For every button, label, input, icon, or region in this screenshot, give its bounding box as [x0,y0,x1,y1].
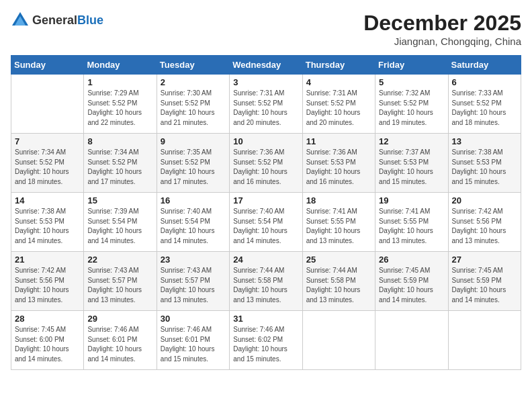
table-cell: 6Sunrise: 7:33 AM Sunset: 5:52 PM Daylig… [448,75,521,134]
day-info: Sunrise: 7:34 AM Sunset: 5:52 PM Dayligh… [15,148,80,187]
day-number: 16 [161,195,226,205]
day-info: Sunrise: 7:42 AM Sunset: 5:56 PM Dayligh… [15,266,80,305]
day-number: 18 [306,195,371,205]
day-info: Sunrise: 7:37 AM Sunset: 5:53 PM Dayligh… [379,148,444,187]
day-info: Sunrise: 7:44 AM Sunset: 5:58 PM Dayligh… [306,266,371,305]
day-info: Sunrise: 7:31 AM Sunset: 5:52 PM Dayligh… [233,89,298,128]
day-number: 12 [379,136,444,146]
logo-general-text: General [32,13,77,27]
table-cell: 8Sunrise: 7:34 AM Sunset: 5:52 PM Daylig… [84,134,157,193]
weekday-header-monday: Monday [84,56,157,75]
day-info: Sunrise: 7:36 AM Sunset: 5:52 PM Dayligh… [233,148,298,187]
day-number: 3 [233,77,298,87]
day-info: Sunrise: 7:45 AM Sunset: 5:59 PM Dayligh… [452,266,517,305]
table-cell: 11Sunrise: 7:36 AM Sunset: 5:53 PM Dayli… [302,134,375,193]
day-number: 1 [87,77,152,87]
day-info: Sunrise: 7:33 AM Sunset: 5:52 PM Dayligh… [452,89,517,128]
table-cell: 4Sunrise: 7:31 AM Sunset: 5:52 PM Daylig… [302,75,375,134]
day-number: 21 [15,255,80,265]
weekday-header-tuesday: Tuesday [157,56,229,75]
day-info: Sunrise: 7:40 AM Sunset: 5:54 PM Dayligh… [161,207,226,246]
month-title: December 2025 [363,11,521,36]
day-number: 22 [87,255,152,265]
day-number: 29 [87,314,152,324]
day-info: Sunrise: 7:31 AM Sunset: 5:52 PM Dayligh… [306,89,371,128]
day-info: Sunrise: 7:42 AM Sunset: 5:56 PM Dayligh… [452,207,517,246]
table-cell: 17Sunrise: 7:40 AM Sunset: 5:54 PM Dayli… [230,193,302,252]
table-cell: 23Sunrise: 7:43 AM Sunset: 5:57 PM Dayli… [157,252,229,311]
table-cell: 12Sunrise: 7:37 AM Sunset: 5:53 PM Dayli… [375,134,448,193]
day-number: 26 [379,255,444,265]
day-info: Sunrise: 7:34 AM Sunset: 5:52 PM Dayligh… [87,148,152,187]
logo: GeneralBlue [11,11,103,30]
day-info: Sunrise: 7:46 AM Sunset: 6:01 PM Dayligh… [87,325,152,364]
day-number: 13 [452,136,517,146]
table-cell: 2Sunrise: 7:30 AM Sunset: 5:52 PM Daylig… [157,75,229,134]
day-number: 2 [161,77,226,87]
table-cell: 22Sunrise: 7:43 AM Sunset: 5:57 PM Dayli… [84,252,157,311]
table-cell: 25Sunrise: 7:44 AM Sunset: 5:58 PM Dayli… [302,252,375,311]
day-number: 15 [87,195,152,205]
table-cell: 30Sunrise: 7:46 AM Sunset: 6:01 PM Dayli… [157,311,229,370]
week-row-5: 28Sunrise: 7:45 AM Sunset: 6:00 PM Dayli… [11,311,521,370]
day-number: 9 [161,136,226,146]
day-info: Sunrise: 7:38 AM Sunset: 5:53 PM Dayligh… [15,207,80,246]
day-number: 14 [15,195,80,205]
logo-blue-text: Blue [77,13,103,27]
day-number: 28 [15,314,80,324]
day-info: Sunrise: 7:44 AM Sunset: 5:58 PM Dayligh… [233,266,298,305]
table-cell: 10Sunrise: 7:36 AM Sunset: 5:52 PM Dayli… [230,134,302,193]
table-cell: 31Sunrise: 7:46 AM Sunset: 6:02 PM Dayli… [230,311,302,370]
day-number: 30 [161,314,226,324]
day-number: 11 [306,136,371,146]
table-cell: 1Sunrise: 7:29 AM Sunset: 5:52 PM Daylig… [84,75,157,134]
day-number: 7 [15,136,80,146]
table-cell: 29Sunrise: 7:46 AM Sunset: 6:01 PM Dayli… [84,311,157,370]
day-info: Sunrise: 7:29 AM Sunset: 5:52 PM Dayligh… [87,89,152,128]
table-cell [302,311,375,370]
title-area: December 2025 Jiangnan, Chongqing, China [363,11,521,47]
weekday-header-thursday: Thursday [302,56,375,75]
day-info: Sunrise: 7:35 AM Sunset: 5:52 PM Dayligh… [161,148,226,187]
day-info: Sunrise: 7:43 AM Sunset: 5:57 PM Dayligh… [87,266,152,305]
table-cell: 28Sunrise: 7:45 AM Sunset: 6:00 PM Dayli… [11,311,84,370]
weekday-header-saturday: Saturday [448,56,521,75]
day-info: Sunrise: 7:45 AM Sunset: 6:00 PM Dayligh… [15,325,80,364]
day-info: Sunrise: 7:41 AM Sunset: 5:55 PM Dayligh… [379,207,444,246]
table-cell: 16Sunrise: 7:40 AM Sunset: 5:54 PM Dayli… [157,193,229,252]
day-number: 20 [452,195,517,205]
day-info: Sunrise: 7:46 AM Sunset: 6:02 PM Dayligh… [233,325,298,364]
week-row-4: 21Sunrise: 7:42 AM Sunset: 5:56 PM Dayli… [11,252,521,311]
day-number: 23 [161,255,226,265]
day-info: Sunrise: 7:43 AM Sunset: 5:57 PM Dayligh… [161,266,226,305]
day-info: Sunrise: 7:40 AM Sunset: 5:54 PM Dayligh… [233,207,298,246]
logo-icon [11,11,30,30]
table-cell: 26Sunrise: 7:45 AM Sunset: 5:59 PM Dayli… [375,252,448,311]
day-number: 8 [87,136,152,146]
table-cell: 21Sunrise: 7:42 AM Sunset: 5:56 PM Dayli… [11,252,84,311]
table-cell: 13Sunrise: 7:38 AM Sunset: 5:53 PM Dayli… [448,134,521,193]
table-cell: 14Sunrise: 7:38 AM Sunset: 5:53 PM Dayli… [11,193,84,252]
day-info: Sunrise: 7:39 AM Sunset: 5:54 PM Dayligh… [87,207,152,246]
table-cell [375,311,448,370]
table-cell [11,75,84,134]
day-number: 4 [306,77,371,87]
table-cell: 7Sunrise: 7:34 AM Sunset: 5:52 PM Daylig… [11,134,84,193]
table-cell: 27Sunrise: 7:45 AM Sunset: 5:59 PM Dayli… [448,252,521,311]
week-row-3: 14Sunrise: 7:38 AM Sunset: 5:53 PM Dayli… [11,193,521,252]
day-number: 10 [233,136,298,146]
day-info: Sunrise: 7:46 AM Sunset: 6:01 PM Dayligh… [161,325,226,364]
table-cell: 3Sunrise: 7:31 AM Sunset: 5:52 PM Daylig… [230,75,302,134]
week-row-1: 1Sunrise: 7:29 AM Sunset: 5:52 PM Daylig… [11,75,521,134]
day-number: 19 [379,195,444,205]
location-title: Jiangnan, Chongqing, China [363,36,521,47]
table-cell [448,311,521,370]
day-info: Sunrise: 7:38 AM Sunset: 5:53 PM Dayligh… [452,148,517,187]
table-cell: 18Sunrise: 7:41 AM Sunset: 5:55 PM Dayli… [302,193,375,252]
day-number: 24 [233,255,298,265]
header: GeneralBlue December 2025 Jiangnan, Chon… [11,11,521,47]
calendar: SundayMondayTuesdayWednesdayThursdayFrid… [11,55,521,370]
table-cell: 15Sunrise: 7:39 AM Sunset: 5:54 PM Dayli… [84,193,157,252]
table-cell: 9Sunrise: 7:35 AM Sunset: 5:52 PM Daylig… [157,134,229,193]
weekday-header-friday: Friday [375,56,448,75]
